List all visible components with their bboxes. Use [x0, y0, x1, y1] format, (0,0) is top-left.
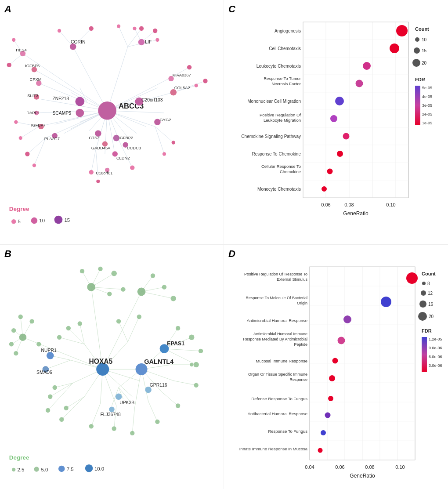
- svg-point-293: [12, 467, 15, 471]
- svg-point-69: [172, 141, 175, 144]
- svg-point-256: [66, 326, 71, 330]
- svg-point-253: [52, 385, 57, 389]
- svg-text:Cell Chemotaxis: Cell Chemotaxis: [269, 46, 301, 51]
- svg-text:CLDN2: CLDN2: [116, 156, 130, 160]
- svg-text:UPK3B: UPK3B: [119, 400, 134, 405]
- svg-text:10.0: 10.0: [94, 466, 104, 471]
- svg-point-341: [338, 337, 345, 344]
- svg-point-161: [337, 151, 343, 157]
- svg-line-231: [141, 291, 173, 298]
- svg-text:Antimicrobial Humoral Response: Antimicrobial Humoral Response: [247, 318, 307, 323]
- svg-text:GALNTL4: GALNTL4: [144, 358, 173, 365]
- svg-text:Mononuclear Cell Migration: Mononuclear Cell Migration: [247, 99, 301, 104]
- svg-text:GADD45A: GADD45A: [91, 146, 111, 150]
- svg-point-255: [57, 335, 61, 339]
- svg-text:Chemokine Signaling Pathway: Chemokine Signaling Pathway: [241, 134, 301, 139]
- svg-text:10: 10: [422, 37, 427, 42]
- svg-point-355: [418, 312, 427, 321]
- svg-text:KIAA0367: KIAA0367: [173, 73, 191, 77]
- svg-line-213: [132, 408, 134, 433]
- svg-text:Defense Response To Fungus: Defense Response To Fungus: [251, 396, 307, 401]
- svg-text:9.0e-06: 9.0e-06: [429, 346, 442, 350]
- svg-text:Innate Immune Response In Muco: Innate Immune Response In Mucosa: [239, 446, 308, 451]
- svg-text:Chemokine: Chemokine: [280, 169, 301, 174]
- svg-text:CTSZ: CTSZ: [89, 136, 100, 140]
- svg-line-207: [50, 383, 73, 396]
- svg-point-345: [325, 412, 331, 418]
- svg-text:0.06: 0.06: [335, 464, 344, 470]
- svg-point-279: [47, 351, 54, 359]
- svg-text:C20orf103: C20orf103: [141, 98, 163, 102]
- svg-text:Response Mediated By Antimicro: Response Mediated By Antimicrobial: [243, 337, 307, 341]
- svg-point-58: [7, 63, 11, 67]
- svg-line-199: [46, 360, 71, 369]
- svg-text:Positive Regulation Of: Positive Regulation Of: [260, 112, 301, 117]
- svg-text:5.0: 5.0: [41, 467, 48, 472]
- svg-line-2: [23, 54, 107, 111]
- svg-point-340: [343, 315, 351, 323]
- svg-text:8: 8: [427, 281, 430, 286]
- svg-text:20: 20: [429, 314, 434, 319]
- svg-text:Response To Tumor: Response To Tumor: [264, 76, 301, 81]
- svg-point-270: [11, 328, 16, 332]
- svg-point-268: [30, 319, 34, 323]
- svg-point-155: [390, 43, 399, 53]
- svg-text:External Stimulus: External Stimulus: [277, 277, 308, 282]
- svg-point-62: [19, 136, 22, 140]
- svg-text:0.04: 0.04: [305, 464, 314, 470]
- svg-point-291: [19, 333, 27, 341]
- svg-point-246: [130, 431, 134, 435]
- svg-point-249: [59, 417, 64, 421]
- panel-d-label: D: [228, 248, 235, 260]
- svg-text:CPXM: CPXM: [30, 77, 42, 82]
- svg-point-283: [116, 393, 122, 400]
- svg-point-240: [199, 348, 203, 353]
- svg-point-349: [422, 282, 426, 285]
- dotplot-c-svg: 0.06 0.08 0.10 GeneRatio Angiogenesis Ce…: [228, 9, 444, 237]
- svg-point-70: [163, 152, 166, 156]
- svg-point-263: [121, 287, 125, 291]
- svg-text:GPR116: GPR116: [150, 382, 167, 387]
- svg-point-245: [155, 419, 159, 424]
- svg-text:HOXA5: HOXA5: [89, 357, 113, 365]
- svg-point-297: [58, 465, 65, 472]
- svg-text:Response To Chemokine: Response To Chemokine: [252, 152, 301, 156]
- svg-point-53: [139, 26, 144, 31]
- svg-text:GeneRatio: GeneRatio: [350, 473, 375, 479]
- svg-text:Degree: Degree: [9, 454, 29, 461]
- svg-point-346: [321, 430, 326, 435]
- svg-point-339: [381, 297, 391, 307]
- svg-text:Antibacterial Humoral Response: Antibacterial Humoral Response: [248, 411, 307, 416]
- svg-text:2e-05: 2e-05: [422, 112, 432, 116]
- svg-text:Origin: Origin: [297, 301, 307, 305]
- svg-text:16: 16: [428, 302, 434, 307]
- svg-point-163: [322, 186, 327, 192]
- main-container: A: [0, 0, 448, 489]
- svg-point-267: [171, 296, 176, 301]
- svg-point-347: [318, 448, 323, 453]
- panel-b: B: [0, 245, 224, 489]
- svg-line-205: [59, 337, 84, 344]
- svg-text:15: 15: [422, 48, 427, 53]
- svg-line-209: [66, 396, 85, 408]
- svg-point-265: [151, 273, 155, 278]
- svg-text:5e-05: 5e-05: [422, 86, 432, 90]
- svg-point-50: [58, 29, 61, 33]
- svg-line-37: [21, 127, 39, 138]
- svg-text:Response: Response: [289, 377, 307, 382]
- svg-line-217: [173, 380, 196, 385]
- network-b-svg: HOXA5 GALNTL4 EPAS1 NUPR1 SMAD6 UPK3B: [0, 245, 224, 489]
- svg-point-342: [332, 358, 338, 363]
- svg-text:Leukocyte Chemotaxis: Leukocyte Chemotaxis: [257, 64, 301, 69]
- svg-point-239: [189, 334, 194, 340]
- svg-point-260: [80, 268, 84, 273]
- svg-text:Organ Or Tissue Specific Immun: Organ Or Tissue Specific Immune: [248, 372, 307, 377]
- svg-text:PLA2G7: PLA2G7: [44, 137, 60, 141]
- svg-point-165: [415, 37, 419, 42]
- svg-point-289: [87, 283, 95, 291]
- svg-text:2.5: 2.5: [17, 467, 24, 472]
- svg-point-158: [335, 97, 344, 105]
- panel-a-label: A: [4, 4, 11, 15]
- svg-point-252: [48, 394, 52, 398]
- svg-text:Mucosal Immune Response: Mucosal Immune Response: [256, 359, 307, 363]
